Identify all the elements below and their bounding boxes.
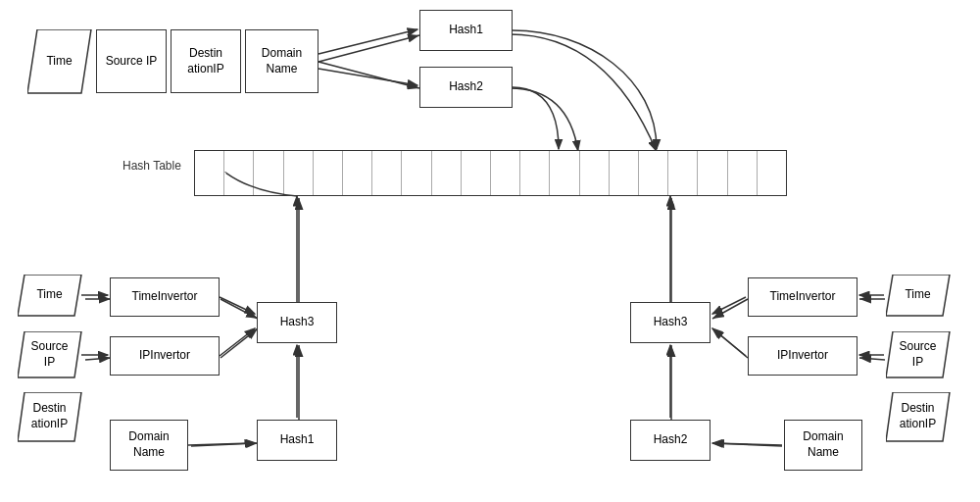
top-sourceip-box: Source IP: [96, 29, 167, 93]
hash-table-cell: [224, 151, 254, 195]
br-destip-para: DestinationIP: [886, 392, 950, 441]
br-timeinvertor-box: TimeInvertor: [748, 277, 858, 317]
hash-table-label: Hash Table: [122, 159, 181, 173]
br-ipinvertor-label: IPInvertor: [777, 348, 828, 364]
hash-table: [194, 150, 787, 196]
hash-table-cell: [254, 151, 283, 195]
bl-ipinvertor-label: IPInvertor: [139, 348, 190, 364]
hash-table-cell: [758, 151, 786, 195]
bl-time-label: Time: [36, 287, 62, 303]
top-destip-label: DestinationIP: [187, 46, 223, 76]
bl-timeinvertor-label: TimeInvertor: [132, 289, 198, 305]
br-time-label: Time: [905, 287, 930, 303]
bl-hash1b-label: Hash1: [280, 432, 315, 448]
bl-hash3-label: Hash3: [280, 315, 315, 330]
hash-table-cell: [491, 151, 520, 195]
bl-destip-para: DestinationIP: [18, 392, 81, 441]
hash1-box: Hash1: [419, 10, 513, 51]
hash-table-cell: [284, 151, 314, 195]
hash2-box: Hash2: [419, 67, 513, 108]
br-hash3-label: Hash3: [654, 315, 688, 330]
hash2-label: Hash2: [449, 79, 483, 95]
hash-table-cell: [580, 151, 610, 195]
bl-domain-box: DomainName: [110, 420, 188, 471]
hash-table-cell: [432, 151, 462, 195]
hash-table-cell: [550, 151, 579, 195]
top-destip-box: DestinationIP: [171, 29, 241, 93]
bl-domain-label: DomainName: [128, 429, 169, 460]
hash-table-cell: [698, 151, 727, 195]
bl-sourceip-para: SourceIP: [18, 331, 81, 377]
hash-table-cell: [314, 151, 343, 195]
hash-table-cell: [639, 151, 668, 195]
top-sourceip-label: Source IP: [106, 54, 158, 70]
top-time-label: Time: [46, 54, 72, 70]
top-domain-label: DomainName: [262, 46, 302, 76]
hash-table-cell: [728, 151, 758, 195]
br-timeinvertor-label: TimeInvertor: [770, 289, 836, 305]
top-domain-box: DomainName: [245, 29, 318, 93]
br-sourceip-para: SourceIP: [886, 331, 950, 377]
br-domain-box: DomainName: [784, 420, 862, 471]
br-hash3-box: Hash3: [630, 302, 710, 343]
hash-table-cell: [195, 151, 224, 195]
br-hash2b-label: Hash2: [654, 432, 688, 448]
hash1-label: Hash1: [449, 23, 483, 38]
bl-destip-label: DestinationIP: [31, 401, 68, 431]
bl-hash1b-box: Hash1: [257, 420, 337, 461]
hash-table-cell: [343, 151, 372, 195]
hash-table-cell: [610, 151, 639, 195]
br-ipinvertor-box: IPInvertor: [748, 336, 858, 376]
hash-table-cell: [462, 151, 491, 195]
br-hash2b-box: Hash2: [630, 420, 710, 461]
br-domain-label: DomainName: [803, 429, 843, 460]
hash-table-cell: [520, 151, 550, 195]
bl-sourceip-label: SourceIP: [30, 339, 68, 370]
br-time-para: Time: [886, 275, 950, 316]
hash-table-cell: [402, 151, 431, 195]
bl-timeinvertor-box: TimeInvertor: [110, 277, 220, 317]
top-time-para: Time: [27, 29, 91, 93]
bl-hash3-box: Hash3: [257, 302, 337, 343]
hash-table-cell: [372, 151, 402, 195]
bl-ipinvertor-box: IPInvertor: [110, 336, 220, 376]
br-sourceip-label: SourceIP: [899, 339, 936, 370]
bl-time-para: Time: [18, 275, 81, 316]
br-destip-label: DestinationIP: [900, 401, 936, 431]
hash-table-cell: [668, 151, 698, 195]
